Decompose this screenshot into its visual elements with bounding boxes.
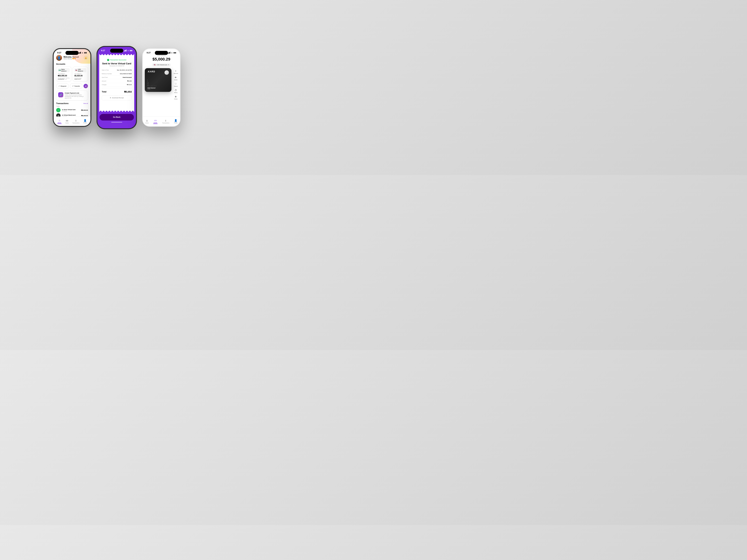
nav-cards[interactable]: ▭ Cards bbox=[65, 119, 69, 124]
card-main: BKARD VIRTUAL CARD Abati Samuel Virtual … bbox=[145, 68, 172, 92]
download-label: Download Receipt bbox=[112, 97, 124, 99]
signal-bar bbox=[168, 53, 169, 54]
receipt-row-2: Sent From Kard Account bbox=[102, 76, 132, 79]
signal-bar bbox=[79, 53, 79, 54]
payment-link-card[interactable]: 🔗 Create Payment Link Initiate secure an… bbox=[56, 90, 88, 101]
transfer-label: Transfer bbox=[74, 85, 80, 87]
cards-icon: ▭ bbox=[66, 119, 68, 122]
card-number-dots: •••• •••• •••• bbox=[147, 85, 157, 86]
profile-icon-3: 👤 bbox=[174, 119, 177, 122]
payment-link-title: Create Payment Link bbox=[65, 92, 86, 94]
usd-flag: 🇺🇸 bbox=[154, 64, 156, 65]
total-label: Total bbox=[102, 90, 106, 93]
scallop-pattern-top bbox=[99, 54, 134, 57]
naira-valid-group: Valid thru ∞ bbox=[66, 78, 70, 80]
transactions-icon-3: ↕ bbox=[165, 119, 166, 122]
signal-bar bbox=[80, 52, 81, 54]
usd-label: 🇺🇸 USD Balance bbox=[74, 68, 86, 72]
payment-link-desc: Initiate secure and personalized transac… bbox=[65, 94, 86, 99]
home-icon-3: ⌂ bbox=[146, 119, 148, 122]
card-holder-name: Abati Samuel bbox=[147, 87, 155, 88]
add-card-action[interactable]: ＋ Add card bbox=[174, 69, 178, 74]
transfer-button[interactable]: ↗ Transfer bbox=[70, 83, 82, 89]
tx-item-1: ↑ to Verve Virtual Card 07:46 AM -₦5,000… bbox=[56, 108, 88, 112]
nav-transactions-3[interactable]: ↕ Transactions bbox=[162, 119, 170, 124]
phone-home-content: Welcome, Samuel Sinzu Money 🧡🧡 🔔 Account… bbox=[54, 55, 91, 124]
card-selector[interactable]: 🇺🇸 USD Mastercard ▾ bbox=[152, 63, 171, 66]
transactions-label-3: Transactions bbox=[162, 122, 170, 124]
signal-bar bbox=[124, 51, 124, 51]
nav-transactions[interactable]: ↕ Transactions bbox=[72, 119, 79, 124]
avatar bbox=[56, 55, 62, 61]
freeze-icon: ❄ bbox=[175, 95, 177, 98]
exchange-button[interactable]: ⇄ bbox=[83, 84, 88, 88]
home-indicator-2 bbox=[111, 122, 122, 123]
usd-balance-label: Your Balance bbox=[74, 73, 86, 74]
dynamic-island-1 bbox=[66, 51, 79, 55]
card-visual-row: BKARD VIRTUAL CARD Abati Samuel Virtual … bbox=[143, 68, 180, 100]
receipt-title: Sent to Verve Virtual Card bbox=[102, 62, 132, 65]
deposit-action[interactable]: ♡ Deposit bbox=[174, 83, 178, 87]
receipt-container: ✓ Transaction Successful Sent to Verve V… bbox=[97, 53, 136, 123]
dynamic-island-3 bbox=[155, 51, 168, 55]
status-icons-1: ▲ ▮▮▮ bbox=[78, 52, 87, 54]
naira-num: 0122662521 bbox=[58, 79, 65, 80]
profile-icon: 👤 bbox=[83, 119, 87, 122]
phone-home-screen: 9:27 ▲ ▮▮▮ bbox=[54, 49, 91, 126]
card-brand: BKARD bbox=[147, 70, 155, 73]
request-button[interactable]: ✓ Request bbox=[56, 83, 69, 89]
scallop-bottom bbox=[99, 109, 134, 112]
usd-account-card[interactable]: 🇺🇸 USD Balance Your Balance $5,025.00 Ac… bbox=[73, 66, 88, 81]
wifi-icon-3: ▲ bbox=[171, 52, 173, 54]
battery-icon-3: ▮▮▮ bbox=[174, 52, 176, 54]
nav-home-3[interactable]: ⌂ Home bbox=[145, 119, 149, 124]
card-holder: Abati Samuel Virtual bbox=[147, 87, 155, 90]
tx-icon-1: ↑ bbox=[56, 108, 60, 112]
wifi-icon-2: ▲ bbox=[127, 50, 129, 51]
usd-num-group: Account number 0393737277 bbox=[74, 78, 86, 80]
receipt-row-0: Date & Time Nov 30,2023 | 04:18 PM bbox=[102, 69, 132, 72]
freeze-action[interactable]: ❄ Freeze bbox=[174, 95, 178, 100]
success-dot: ✓ bbox=[107, 59, 109, 61]
cards-icon-3: ▭ bbox=[154, 119, 157, 122]
usd-num: 0393737277 bbox=[74, 79, 86, 80]
home-label-3: Home bbox=[145, 122, 149, 124]
nav-profile[interactable]: 👤 Profile bbox=[83, 119, 87, 124]
today-label: Today bbox=[56, 106, 88, 107]
details-action[interactable]: 👁 Details bbox=[174, 76, 178, 80]
home-icon: ⌂ bbox=[59, 119, 60, 122]
cards-label-3: Cards bbox=[154, 122, 157, 124]
signal-bar bbox=[169, 52, 170, 54]
profile-label: Profile bbox=[83, 122, 87, 124]
payment-link-icon: 🔗 bbox=[58, 92, 63, 97]
download-icon: ⬇ bbox=[110, 97, 111, 99]
signal-bar bbox=[170, 52, 170, 54]
go-back-label: Go Back bbox=[113, 116, 121, 118]
receipt-success: ✓ Transaction Successful bbox=[102, 59, 132, 61]
nav-underline-3 bbox=[153, 124, 158, 124]
cards-header: Card balance $5,000.29 🇺🇸 USD Mastercard… bbox=[143, 55, 180, 68]
status-time-1: 9:27 bbox=[57, 52, 61, 54]
battery-icon-2: ▮▮▮ bbox=[130, 50, 132, 51]
phone-receipt: 9:27 ▲ ▮▮▮ bbox=[97, 46, 137, 129]
right-actions: ＋ Add card 👁 Details ♡ Deposit ⏱ History bbox=[172, 68, 178, 100]
transactions-label: Transactions bbox=[72, 122, 79, 124]
naira-account-card[interactable]: 🇳🇬 Naira Balance Your Balance ₦50,005.00… bbox=[56, 66, 71, 81]
card-chip bbox=[164, 70, 169, 75]
phone-cards-screen: 9:27 ▲ ▮▮▮ Card balance $5,000.29 bbox=[143, 49, 180, 126]
naira-balance-label: Your Balance bbox=[58, 73, 70, 74]
status-time-3: 9:27 bbox=[147, 52, 151, 54]
transactions-title: Transactions bbox=[56, 102, 69, 104]
receipt-txid: Transaction ID #34526745 bbox=[102, 65, 132, 66]
go-back-button[interactable]: Go Back bbox=[100, 114, 134, 121]
transactions-icon: ↕ bbox=[75, 119, 77, 122]
nav-cards-3[interactable]: ▭ Cards bbox=[153, 119, 158, 124]
download-receipt-button[interactable]: ⬇ Download Receipt bbox=[102, 95, 132, 101]
nav-profile-3[interactable]: 👤 Profile bbox=[174, 119, 178, 124]
nigeria-flag: 🇳🇬 bbox=[59, 70, 60, 71]
nav-home[interactable]: ⌂ Home bbox=[57, 119, 62, 124]
view-all-link[interactable]: View all bbox=[83, 103, 88, 104]
receipt-row-3: Amount ₦5,000 bbox=[102, 79, 132, 83]
bottom-nav-3: ⌂ Home ▭ Cards ↕ Transactions 👤 Profile bbox=[143, 116, 180, 126]
history-action[interactable]: ⏱ History bbox=[174, 89, 178, 93]
